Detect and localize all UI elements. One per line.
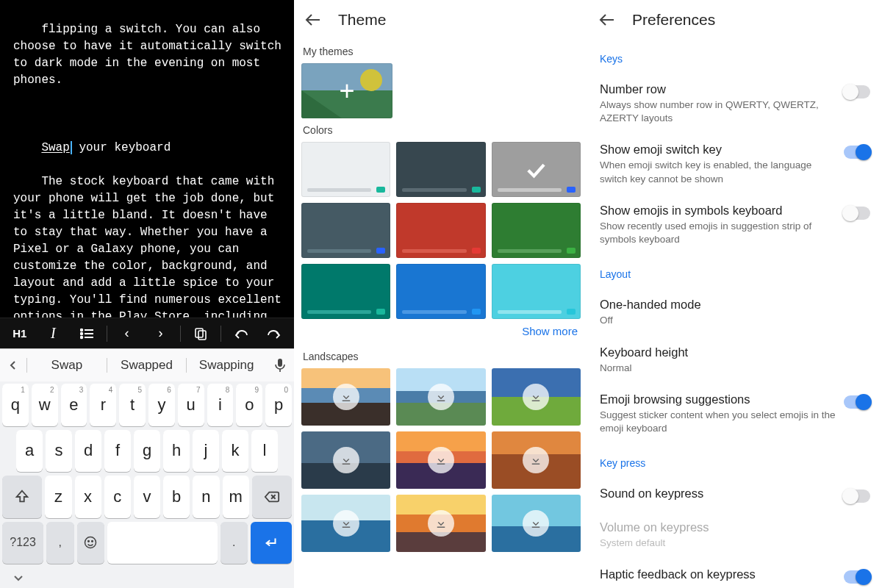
toggle-emoji-browse[interactable]: [844, 395, 870, 409]
color-swatch-2[interactable]: [492, 142, 581, 197]
color-swatch-8[interactable]: [492, 264, 581, 319]
key-b[interactable]: b: [163, 476, 190, 518]
key-e[interactable]: e3: [61, 384, 87, 426]
pref-volume: Volume on keypress System default: [600, 512, 870, 559]
color-swatch-7[interactable]: [396, 264, 485, 319]
key-g[interactable]: g: [134, 430, 160, 473]
color-swatch-3[interactable]: [301, 203, 390, 258]
key-z[interactable]: z: [45, 476, 71, 518]
color-swatch-grid: [301, 142, 581, 319]
key-j[interactable]: j: [193, 430, 219, 473]
pref-sound[interactable]: Sound on keypress: [600, 478, 870, 512]
key-d[interactable]: d: [75, 430, 101, 473]
color-swatch-6[interactable]: [301, 264, 390, 319]
shift-key[interactable]: [2, 476, 42, 518]
back-icon[interactable]: [594, 7, 620, 33]
heading-button[interactable]: H1: [4, 327, 35, 340]
pref-subtitle: System default: [600, 537, 870, 550]
pref-emoji-browse[interactable]: Emoji browsing suggestions Suggest stick…: [600, 384, 870, 444]
toggle-emoji-switch[interactable]: [844, 146, 870, 159]
key-i[interactable]: i8: [207, 384, 234, 426]
key-l[interactable]: l: [251, 430, 278, 473]
prev-button[interactable]: ‹: [112, 326, 143, 341]
landscape-theme-8[interactable]: [492, 495, 581, 552]
key-x[interactable]: x: [75, 476, 101, 518]
key-q[interactable]: q1: [2, 384, 29, 426]
pref-one-handed[interactable]: One-handed mode Off: [600, 289, 870, 336]
collapse-keyboard-icon[interactable]: [0, 567, 294, 588]
key-h[interactable]: h: [163, 430, 190, 473]
key-o[interactable]: o9: [236, 384, 262, 426]
pref-number-row[interactable]: Number row Always show number row in QWE…: [600, 74, 870, 134]
next-button[interactable]: ›: [146, 326, 176, 341]
key-c[interactable]: c: [104, 476, 131, 518]
comma-key[interactable]: ,: [46, 522, 74, 564]
color-swatch-0[interactable]: [301, 142, 390, 197]
key-u[interactable]: u7: [178, 384, 204, 426]
add-theme-button[interactable]: +: [301, 63, 392, 118]
backspace-key[interactable]: [252, 476, 292, 518]
suggestion-1[interactable]: Swap: [26, 358, 107, 373]
redo-button[interactable]: [259, 328, 290, 340]
key-w[interactable]: w2: [32, 384, 58, 426]
key-f[interactable]: f: [104, 430, 131, 473]
color-swatch-5[interactable]: [492, 203, 581, 258]
expand-suggestions-icon[interactable]: [0, 359, 26, 371]
key-y[interactable]: y6: [148, 384, 175, 426]
landscape-theme-7[interactable]: [396, 495, 485, 552]
landscape-theme-2[interactable]: [492, 368, 581, 426]
landscape-theme-3[interactable]: [301, 431, 390, 489]
key-t[interactable]: t5: [119, 384, 146, 426]
color-swatch-4[interactable]: [396, 203, 485, 258]
key-v[interactable]: v: [134, 476, 160, 518]
landscape-theme-6[interactable]: [301, 495, 390, 552]
editor-heading-rest: your keyboard: [72, 141, 171, 154]
key-p[interactable]: p0: [265, 384, 292, 426]
pref-emoji-switch[interactable]: Show emoji switch key When emoji switch …: [600, 134, 870, 194]
text-editor[interactable]: flipping a switch. You can also choose t…: [0, 0, 294, 318]
emoji-key[interactable]: [77, 522, 104, 564]
toggle-number-row[interactable]: [844, 85, 870, 98]
key-m[interactable]: m: [223, 476, 249, 518]
symbols-key[interactable]: ?123: [2, 522, 43, 564]
color-swatch-1[interactable]: [396, 142, 485, 197]
landscape-theme-4[interactable]: [396, 431, 485, 489]
download-icon: [523, 384, 549, 410]
enter-key[interactable]: [251, 522, 292, 564]
period-key[interactable]: .: [220, 522, 248, 564]
toggle-haptic[interactable]: [844, 570, 870, 584]
key-r[interactable]: r4: [90, 384, 116, 426]
check-icon: [492, 142, 581, 197]
pref-emoji-symbols[interactable]: Show emojis in symbols keyboard Show rec…: [600, 195, 870, 255]
key-n[interactable]: n: [193, 476, 219, 518]
suggestion-3[interactable]: Swapping: [186, 358, 266, 373]
pref-title: Haptic feedback on keypress: [600, 567, 836, 581]
download-icon: [428, 447, 454, 473]
space-key[interactable]: [107, 522, 218, 564]
plus-icon: +: [339, 76, 354, 107]
toggle-sound[interactable]: [844, 490, 870, 503]
landscape-theme-1[interactable]: [396, 368, 485, 426]
key-k[interactable]: k: [222, 430, 248, 473]
list-button[interactable]: [71, 328, 102, 340]
italic-button[interactable]: I: [38, 325, 69, 342]
show-more-link[interactable]: Show more: [301, 319, 581, 345]
landscape-theme-0[interactable]: [301, 368, 390, 426]
pref-haptic[interactable]: Haptic feedback on keypress: [600, 559, 870, 588]
svg-point-12: [85, 537, 96, 548]
sun-icon: [360, 69, 382, 91]
key-s[interactable]: s: [46, 430, 72, 473]
back-icon[interactable]: [300, 7, 326, 33]
pref-title: Sound on keypress: [600, 487, 836, 501]
copy-button[interactable]: [185, 327, 216, 340]
keyboard-rows: q1w2e3r4t5y6u7i8o9p0 asdfghjkl zxcvbnm ?…: [0, 381, 294, 567]
toggle-emoji-symbols[interactable]: [844, 207, 870, 220]
landscape-theme-5[interactable]: [492, 431, 581, 489]
pref-subtitle: Suggest sticker content when you select …: [600, 409, 836, 435]
key-a[interactable]: a: [16, 430, 43, 473]
editor-text-top: flipping a switch. You can also choose t…: [13, 23, 288, 87]
mic-icon[interactable]: [266, 358, 294, 373]
undo-button[interactable]: [226, 328, 257, 340]
suggestion-2[interactable]: Swapped: [107, 358, 187, 373]
pref-keyboard-height[interactable]: Keyboard height Normal: [600, 337, 870, 384]
